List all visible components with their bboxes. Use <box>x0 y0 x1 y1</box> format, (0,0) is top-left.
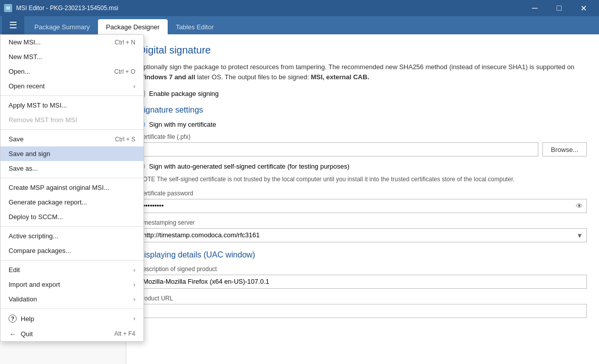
menu-item-open-shortcut: Ctrl + O <box>114 68 135 75</box>
radio-my-certificate-label: Sign with my certificate <box>149 121 216 128</box>
menu-item-remove-mst-label: Remove MST from MSI <box>9 116 77 124</box>
separator-5 <box>1 260 143 261</box>
enable-signing-row: Enable package signing <box>138 90 587 97</box>
quit-icon: ← <box>9 330 17 338</box>
menu-item-validation[interactable]: Validation › <box>1 292 143 306</box>
enable-signing-label: Enable package signing <box>149 90 219 97</box>
content-area: Digital signature Optionally sign the pa… <box>126 34 599 364</box>
menu-item-save-and-sign[interactable]: Save and sign <box>1 146 143 161</box>
close-button[interactable]: ✕ <box>572 0 595 16</box>
hamburger-icon: ☰ <box>9 20 17 31</box>
menu-item-save-sign-label: Save and sign <box>9 150 50 158</box>
menu-item-quit-shortcut: Alt + F4 <box>114 330 135 337</box>
cert-file-input[interactable] <box>138 142 538 157</box>
menu-item-open[interactable]: Open... Ctrl + O <box>1 64 143 79</box>
menu-item-open-recent-label: Open recent <box>9 82 45 90</box>
window-title: MSI Editor - PKG-230213-154505.msi <box>16 5 118 12</box>
stamping-server-label: Timestamping server <box>138 219 587 226</box>
help-circle-icon: ? <box>9 315 17 323</box>
note-text: NOTE The self-signed certificate is not … <box>138 175 587 184</box>
menu-item-active-scripting[interactable]: Active scripting... <box>1 229 143 243</box>
menu-item-save[interactable]: Save Ctrl + S <box>1 132 143 146</box>
product-url-label: Product URL <box>138 295 587 302</box>
menu-item-open-recent[interactable]: Open recent › <box>1 79 143 93</box>
stamping-server-row: http://timestamp.comodoca.com/rfc3161 ▼ <box>138 228 587 242</box>
eye-icon[interactable]: 👁 <box>576 202 583 210</box>
menu-item-create-msp[interactable]: Create MSP against original MSI... <box>1 180 143 195</box>
product-url-row <box>138 304 587 318</box>
menu-item-import-export[interactable]: Import and export › <box>1 277 143 292</box>
menu-item-deploy-sccm-label: Deploy to SCCM... <box>9 213 63 221</box>
menu-item-open-label: Open... <box>9 68 30 75</box>
cert-file-label: Certificate file (.pfx) <box>138 133 587 140</box>
product-desc-label: Description of signed product <box>138 266 587 273</box>
validation-arrow-icon: › <box>133 296 135 303</box>
menu-item-active-scripting-label: Active scripting... <box>9 232 58 240</box>
tab-tables-editor[interactable]: Tables Editor <box>168 19 222 34</box>
menu-item-new-mst-label: New MST... <box>9 53 42 61</box>
hamburger-menu-button[interactable]: ☰ <box>2 16 24 34</box>
menu-item-save-label: Save <box>9 135 24 143</box>
menu-item-new-msi[interactable]: New MSI... Ctrl + N <box>1 35 143 49</box>
dropdown-menu: New MSI... Ctrl + N New MST... Open... C… <box>0 34 144 342</box>
stamping-server-select[interactable]: http://timestamp.comodoca.com/rfc3161 <box>138 228 587 242</box>
radio-self-signed-label: Sign with auto-generated self-signed cer… <box>149 163 350 170</box>
menu-item-quit-label: Quit <box>21 330 33 338</box>
product-desc-input[interactable] <box>138 275 587 289</box>
menu-item-save-as[interactable]: Save as... <box>1 161 143 176</box>
separator-6 <box>1 308 143 309</box>
menu-item-apply-mst-label: Apply MST to MSI... <box>9 101 67 109</box>
menu-item-new-msi-shortcut: Ctrl + N <box>115 39 135 46</box>
page-title: Digital signature <box>138 44 587 56</box>
menu-item-import-export-label: Import and export <box>9 281 60 288</box>
menu-item-edit[interactable]: Edit › <box>1 263 143 277</box>
menu-item-new-msi-label: New MSI... <box>9 38 41 46</box>
menu-item-gen-report[interactable]: Generate package report... <box>1 195 143 210</box>
content-description: Optionally sign the package to protect r… <box>138 62 587 82</box>
cert-password-label: Certificate password <box>138 190 587 197</box>
cert-password-row: 👁 <box>138 199 587 213</box>
app-icon: M <box>4 4 12 12</box>
menu-item-help-label: Help <box>21 315 34 323</box>
menu-item-apply-mst[interactable]: Apply MST to MSI... <box>1 98 143 113</box>
menu-item-create-msp-label: Create MSP against original MSI... <box>9 184 109 191</box>
separator-3 <box>1 178 143 178</box>
radio-my-certificate-row: Sign with my certificate <box>138 121 587 128</box>
menu-item-save-shortcut: Ctrl + S <box>115 136 135 143</box>
tab-bar: ☰ Package Summary Package Designer Table… <box>0 16 599 34</box>
help-arrow-icon: › <box>133 315 135 322</box>
separator-1 <box>1 95 143 96</box>
radio-self-signed-row: Sign with auto-generated self-signed cer… <box>138 163 587 170</box>
tab-package-designer[interactable]: Package Designer <box>98 19 168 34</box>
separator-4 <box>1 226 143 227</box>
tab-package-summary[interactable]: Package Summary <box>26 19 98 34</box>
menu-item-gen-report-label: Generate package report... <box>9 198 87 206</box>
title-bar: M MSI Editor - PKG-230213-154505.msi ─ □… <box>0 0 599 16</box>
menu-item-compare-packages-label: Compare packages... <box>9 247 71 254</box>
menu-item-compare-packages[interactable]: Compare packages... <box>1 243 143 258</box>
menu-item-validation-label: Validation <box>9 295 37 303</box>
cert-password-input[interactable] <box>138 199 587 213</box>
window-controls: ─ □ ✕ <box>523 0 595 16</box>
product-desc-row <box>138 275 587 289</box>
import-export-arrow-icon: › <box>133 281 135 288</box>
menu-item-edit-label: Edit <box>9 266 20 274</box>
minimize-button[interactable]: ─ <box>523 0 546 16</box>
maximize-button[interactable]: □ <box>547 0 571 16</box>
menu-item-quit[interactable]: ← Quit Alt + F4 <box>1 326 143 341</box>
product-url-input[interactable] <box>138 304 587 318</box>
browse-button[interactable]: Browse... <box>542 142 587 157</box>
menu-item-help[interactable]: ? Help › <box>1 311 143 326</box>
uac-section-title: Displaying details (UAC window) <box>138 250 587 259</box>
cert-file-row: Browse... <box>138 142 587 157</box>
separator-2 <box>1 129 143 130</box>
menu-item-deploy-sccm[interactable]: Deploy to SCCM... <box>1 210 143 224</box>
edit-arrow-icon: › <box>133 267 135 274</box>
menu-item-remove-mst: Remove MST from MSI <box>1 113 143 127</box>
signature-settings-title: Signature settings <box>138 106 587 115</box>
menu-item-save-as-label: Save as... <box>9 165 38 172</box>
open-recent-arrow-icon: › <box>133 83 135 90</box>
menu-item-new-mst[interactable]: New MST... <box>1 49 143 64</box>
